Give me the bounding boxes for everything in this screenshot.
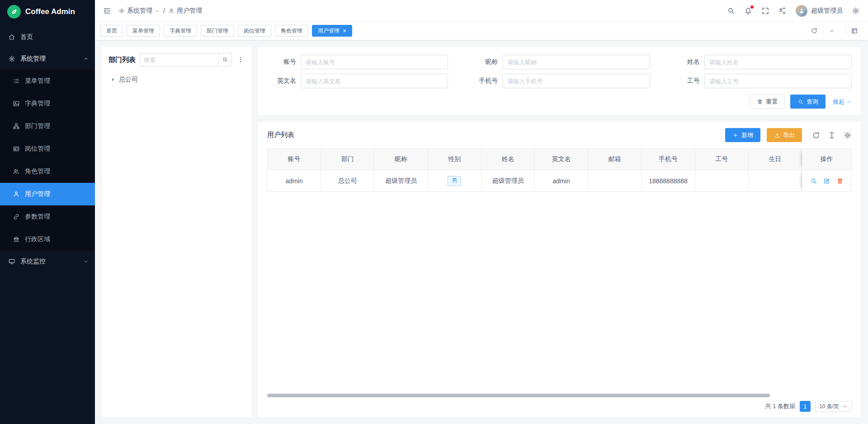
scrollbar-thumb[interactable] (267, 394, 770, 397)
user-list-panel: 用户列表 新增 导出 (258, 122, 861, 417)
sidebar-item-param-mgmt[interactable]: 参数管理 (0, 205, 95, 228)
collapse-filter-button[interactable]: 收起 (833, 98, 852, 106)
field-label: 昵称 (469, 58, 498, 66)
text-height-icon (828, 131, 836, 139)
home-icon (8, 33, 15, 41)
layout-toggle-button[interactable] (845, 25, 863, 37)
gear-icon (8, 55, 15, 62)
sidebar-item-region-mgmt[interactable]: 行政区域 (0, 228, 95, 251)
tab-menu-mgmt[interactable]: 菜单管理 (127, 25, 160, 37)
filter-panel: 账号 昵称 姓名 英文名 (258, 47, 861, 115)
sidebar-fold-button[interactable] (103, 7, 111, 15)
filter-field-account: 账号 (267, 55, 448, 69)
language-button[interactable]: 文A (778, 7, 787, 15)
content-area: 部门列表 总公司 (95, 40, 868, 424)
reset-button[interactable]: 重置 (750, 95, 785, 109)
breadcrumb-system[interactable]: 系统管理 (118, 7, 160, 15)
table-header-row: 账号 部门 昵称 性别 姓名 英文名 邮箱 手机号 工号 生日 操作 (267, 148, 852, 170)
person-icon (168, 8, 175, 14)
department-search-button[interactable] (218, 53, 232, 67)
export-button[interactable]: 导出 (767, 128, 802, 142)
sidebar-item-label: 字典管理 (25, 100, 50, 108)
sidebar-item-label: 系统监控 (20, 257, 46, 266)
sidebar-item-user-mgmt[interactable]: 用户管理 (0, 183, 95, 205)
user-list-toolbar: 用户列表 新增 导出 (267, 128, 852, 142)
english-name-input[interactable] (301, 74, 448, 88)
sidebar-item-system[interactable]: 系统管理 (0, 48, 95, 70)
tab-post-mgmt[interactable]: 岗位管理 (238, 25, 271, 37)
tree-node-label: 总公司 (119, 76, 138, 84)
user-menu[interactable]: 超级管理员 (796, 5, 843, 17)
sidebar-item-monitor[interactable]: 系统监控 (0, 251, 95, 272)
sidebar-item-label: 参数管理 (25, 213, 50, 221)
col-header-department: 部门 (321, 148, 374, 170)
view-button[interactable] (810, 177, 817, 185)
sidebar-item-role-mgmt[interactable]: 角色管理 (0, 160, 95, 183)
tab-close-icon[interactable]: × (343, 28, 346, 34)
department-tree: 总公司 (108, 73, 245, 86)
nickname-input[interactable] (502, 55, 650, 69)
caret-right-icon[interactable] (110, 77, 116, 82)
sidebar-item-menu-mgmt[interactable]: 菜单管理 (0, 70, 95, 92)
org-tree-icon (13, 123, 20, 130)
gear-icon (118, 8, 125, 14)
phone-input[interactable] (502, 74, 650, 88)
col-header-birthday: 生日 (749, 148, 802, 170)
tab-role-mgmt[interactable]: 角色管理 (275, 25, 308, 37)
topbar-actions: 文A 超级管理员 (727, 5, 860, 17)
tree-node-root[interactable]: 总公司 (108, 73, 245, 86)
tab-dict-mgmt[interactable]: 字典管理 (164, 25, 197, 37)
refresh-tab-button[interactable] (806, 25, 823, 37)
settings-button[interactable] (852, 7, 860, 15)
tab-user-mgmt[interactable]: 用户管理 × (312, 25, 352, 37)
filter-field-phone: 手机号 (469, 74, 650, 88)
breadcrumb: 系统管理 / 用户管理 (118, 7, 202, 15)
sidebar-submenu-system: 菜单管理 字典管理 部门管理 岗位管理 角色管理 (0, 70, 95, 251)
tab-dept-mgmt[interactable]: 部门管理 (201, 25, 234, 37)
chevron-up-icon (846, 99, 852, 105)
username: 超级管理员 (811, 7, 843, 15)
department-search-input[interactable] (140, 53, 218, 67)
search-button[interactable]: 查询 (790, 95, 826, 109)
filter-field-english-name: 英文名 (267, 74, 448, 88)
edit-icon (823, 177, 830, 185)
department-panel: 部门列表 总公司 (102, 47, 251, 417)
horizontal-scrollbar[interactable] (267, 394, 852, 397)
sidebar-item-post-mgmt[interactable]: 岗位管理 (0, 138, 95, 160)
filter-field-name: 姓名 (671, 55, 852, 69)
id-card-icon (13, 145, 20, 152)
row-density-button[interactable] (828, 131, 836, 139)
breadcrumb-separator: / (163, 7, 165, 14)
refresh-table-button[interactable] (812, 131, 820, 139)
field-label: 工号 (671, 77, 700, 85)
add-user-button[interactable]: 新增 (725, 128, 760, 142)
tab-home[interactable]: 首页 (100, 25, 123, 37)
user-list-title: 用户列表 (267, 131, 294, 139)
page-button-1[interactable]: 1 (800, 401, 811, 412)
column-settings-button[interactable] (844, 131, 852, 139)
chevron-down-icon (83, 259, 89, 264)
filter-field-work-id: 工号 (671, 74, 852, 88)
delete-button[interactable] (836, 177, 844, 185)
sidebar-item-dict-mgmt[interactable]: 字典管理 (0, 92, 95, 115)
cell-gender: 男 (428, 170, 481, 192)
global-search-button[interactable] (727, 7, 735, 15)
department-more-button[interactable] (236, 56, 245, 63)
tab-options-button[interactable] (823, 25, 840, 37)
sidebar-item-home[interactable]: 首页 (0, 26, 95, 48)
notifications-button[interactable] (744, 7, 752, 15)
app-logo: Coffee Admin (0, 0, 95, 24)
leaf-logo-icon (7, 5, 21, 19)
cell-account: admin (267, 170, 321, 192)
work-id-input[interactable] (704, 74, 852, 88)
account-input[interactable] (301, 55, 448, 69)
topbar: 系统管理 / 用户管理 (95, 0, 868, 22)
col-header-english-name: 英文名 (535, 148, 588, 170)
chevron-down-icon (155, 8, 160, 14)
edit-button[interactable] (823, 177, 830, 185)
name-input[interactable] (704, 55, 852, 69)
sidebar-item-dept-mgmt[interactable]: 部门管理 (0, 115, 95, 138)
fullscreen-button[interactable] (761, 7, 769, 15)
chevron-down-icon (829, 28, 835, 34)
page-size-select[interactable]: 10 条/页 (815, 401, 852, 412)
